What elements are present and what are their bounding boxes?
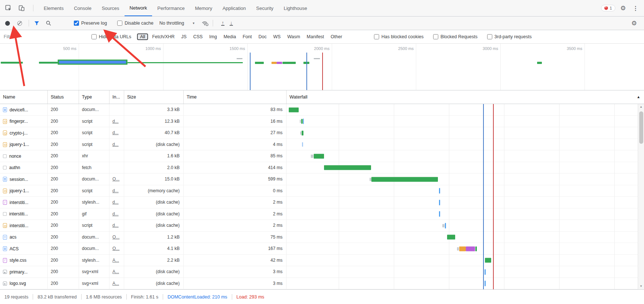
filter-checkbox-has-blocked-cookies[interactable]: Has blocked cookies [374,34,424,39]
network-settings-gear-icon[interactable]: ⚙ [629,18,639,28]
filter-pill-js[interactable]: JS [179,33,189,40]
3rd-party-requests-checkbox[interactable] [487,34,492,39]
initiator-link[interactable]: O... [112,176,119,182]
filter-pill-other[interactable]: Other [328,33,345,40]
request-row[interactable]: session...200docum...O...15.0 kB599 ms [0,174,638,185]
tab-memory[interactable]: Memory [190,0,217,16]
disable-cache-checkbox[interactable] [117,21,122,26]
tab-lighthouse[interactable]: Lighthouse [278,0,312,16]
filter-pill-doc[interactable]: Doc [256,33,269,40]
filter-pill-wasm[interactable]: Wasm [285,33,303,40]
network-overview[interactable]: 500 ms1000 ms1500 ms2000 ms2500 ms3000 m… [0,44,644,90]
filter-checkbox-3rd-party-requests[interactable]: 3rd-party requests [487,34,532,39]
request-row[interactable]: logo.svg200svg+xmlA...(disk cache)3 ms [0,278,638,290]
filter-pill-ws[interactable]: WS [271,33,283,40]
column-header-initiator[interactable]: In... [109,90,124,104]
tab-application[interactable]: Application [217,0,251,16]
request-row[interactable]: crypto-j...200scriptd...40.7 kB27 ms [0,127,638,139]
clear-button[interactable] [17,21,22,26]
request-time: 2 ms [184,208,287,220]
request-size: 2.2 kB [124,255,184,267]
filter-pill-fetch-xhr[interactable]: Fetch/XHR [150,33,177,40]
tab-security[interactable]: Security [251,0,278,16]
filter-pill-all[interactable]: All [137,33,148,40]
column-header-name[interactable]: Name [0,90,48,104]
initiator-link[interactable]: O... [112,246,119,251]
request-initiator: d... [109,116,124,128]
throttling-select[interactable]: No throttling ▼ [159,21,195,26]
preserve-log-toggle[interactable]: Preserve log [74,21,107,26]
export-har-icon[interactable]: ↓ [230,21,233,26]
request-name: nonce [9,154,21,159]
filter-pill-img[interactable]: Img [207,33,220,40]
sort-ascending-icon[interactable]: ▲ [637,95,640,99]
column-header-time[interactable]: Time [184,90,287,104]
filter-pill-manifest[interactable]: Manifest [304,33,327,40]
settings-gear-icon[interactable]: ⚙ [618,3,628,13]
column-header-waterfall[interactable]: Waterfall ▲ [287,90,644,104]
request-row[interactable]: acs200docum...O...1.2 kB75 ms [0,232,638,243]
devtools-window: ElementsConsoleSourcesNetworkPerformance… [0,0,644,304]
scroll-down-button[interactable]: ▼ [640,283,643,289]
initiator-link[interactable]: d... [112,119,119,124]
filter-checkbox-blocked-requests[interactable]: Blocked Requests [433,34,478,39]
has-blocked-cookies-checkbox[interactable] [374,34,379,39]
request-row[interactable]: jquery-1...200scriptd...(disk cache)4 ms [0,139,638,151]
waterfall-bar [301,119,303,124]
search-icon[interactable] [44,18,53,28]
filter-pill-media[interactable]: Media [221,33,238,40]
scroll-up-button[interactable]: ▲ [640,104,643,110]
table-scrollbar[interactable]: ▲ ▼ [638,104,644,289]
tab-sources[interactable]: Sources [97,0,125,16]
initiator-link[interactable]: O... [112,235,119,240]
hide-data-urls-toggle[interactable]: Hide data URLs [91,34,131,39]
filter-pill-css[interactable]: CSS [191,33,205,40]
initiator-link[interactable]: A... [112,281,119,286]
request-row[interactable]: interstiti...200gifd...(disk cache)2 ms [0,208,638,220]
initiator-link[interactable]: A... [112,269,119,274]
scrollbar-thumb[interactable] [639,111,643,144]
preserve-log-label: Preserve log [81,21,107,26]
column-header-size[interactable]: Size [124,90,184,104]
request-row[interactable]: jquery-1...200scriptd...(memory cache)0 … [0,185,638,197]
request-name: authn [9,165,20,170]
initiator-link[interactable]: d... [112,142,119,147]
filter-input[interactable] [0,33,86,41]
request-row[interactable]: interstiti...200scriptd...(disk cache)2 … [0,220,638,232]
initiator-link[interactable]: d... [112,223,119,228]
kebab-menu-icon[interactable]: ⋮ [631,3,640,13]
network-conditions-icon[interactable] [200,18,210,28]
filter-toggle-icon[interactable] [32,18,42,28]
tab-elements[interactable]: Elements [39,0,69,16]
initiator-link[interactable]: d... [112,188,119,193]
import-har-icon[interactable]: ↑ [221,21,224,26]
request-row[interactable]: primary...200svg+xmlA...(disk cache)3 ms [0,266,638,278]
request-row[interactable]: ACS200docum...O...4.1 kB167 ms [0,243,638,255]
disable-cache-toggle[interactable]: Disable cache [117,21,154,26]
hide-data-urls-checkbox[interactable] [91,34,97,39]
device-toolbar-icon[interactable] [17,3,26,13]
tab-network[interactable]: Network [125,0,152,16]
initiator-link[interactable]: d... [112,200,119,205]
initiator-link[interactable]: A... [112,258,119,263]
preserve-log-checkbox[interactable] [74,21,79,26]
filter-pill-font[interactable]: Font [240,33,254,40]
record-button[interactable] [5,21,10,26]
column-header-status[interactable]: Status [48,90,79,104]
request-row[interactable]: fingerpr...200scriptd...12.3 kB16 ms [0,116,638,128]
inspect-element-icon[interactable] [4,3,13,13]
tab-console[interactable]: Console [69,0,97,16]
request-row[interactable]: nonce200xhr1.6 kB85 ms [0,150,638,162]
tab-performance[interactable]: Performance [152,0,190,16]
request-size: (disk cache) [124,208,184,220]
filter-checkboxes: Has blocked cookiesBlocked Requests3rd-p… [374,34,532,39]
request-row[interactable]: devicefi...200docum...3.3 kB83 ms [0,104,638,116]
initiator-link[interactable]: d... [112,130,119,135]
blocked-requests-checkbox[interactable] [433,34,438,39]
error-badge[interactable]: 1 [601,5,615,11]
column-header-type[interactable]: Type [79,90,109,104]
request-row[interactable]: interstiti...200stylesh...d...(disk cach… [0,197,638,208]
request-row[interactable]: style.css200stylesh...A...2.2 kB42 ms [0,255,638,267]
initiator-link[interactable]: d... [112,211,119,217]
request-row[interactable]: authn200fetch2.0 kB414 ms [0,162,638,174]
